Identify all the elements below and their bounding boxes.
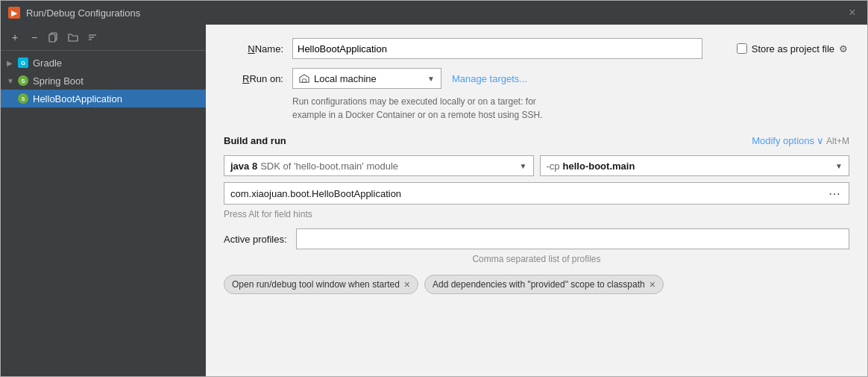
gradle-label: Gradle [33, 57, 62, 69]
close-button[interactable]: × [845, 5, 860, 20]
profiles-row: Active profiles: [224, 228, 849, 249]
modify-options-button[interactable]: Modify options ∨ Alt+M [752, 135, 849, 146]
run-on-dropdown-arrow: ▼ [427, 75, 435, 83]
folder-button[interactable] [65, 29, 81, 46]
hello-boot-label: HelloBootApplication [33, 93, 122, 105]
app-icon: ▶ [8, 7, 20, 19]
springboot-icon: S [17, 75, 29, 87]
name-input[interactable] [292, 38, 702, 59]
name-row: NName: Store as project file ⚙ [224, 38, 849, 59]
svg-rect-1 [49, 34, 55, 42]
alt-hint: Press Alt for field hints [224, 209, 849, 219]
tags-row: Open run/debug tool window when started … [224, 275, 849, 294]
gear-icon[interactable]: ⚙ [839, 43, 849, 54]
sdk-dropdown[interactable]: java 8 SDK of 'hello-boot.main' module ▼ [224, 155, 534, 176]
tag-add-dependencies: Add dependencies with "provided" scope t… [424, 275, 664, 294]
sidebar-item-gradle[interactable]: ▶ G Gradle [1, 54, 206, 72]
sort-button[interactable] [84, 29, 101, 46]
sidebar-toolbar: + − [1, 25, 206, 51]
tag-open-tool-window-close[interactable]: × [404, 279, 410, 290]
tag-open-tool-window: Open run/debug tool window when started … [224, 275, 418, 294]
build-section-header: Build and run Modify options ∨ Alt+M [224, 132, 849, 146]
manage-targets-link[interactable]: Manage targets... [452, 73, 527, 84]
tag-add-dependencies-close[interactable]: × [650, 279, 655, 290]
sdk-classpath-row: java 8 SDK of 'hello-boot.main' module ▼… [224, 155, 849, 176]
svg-rect-5 [302, 79, 306, 82]
config-tree: ▶ G Gradle ▼ S Spring Boot [1, 51, 206, 376]
cp-dropdown[interactable]: -cp hello-boot.main ▼ [540, 155, 850, 176]
store-as-project-checkbox[interactable] [737, 43, 747, 54]
run-debug-dialog: ▶ Run/Debug Configurations × + − [0, 0, 868, 377]
store-as-project-area: Store as project file ⚙ [737, 43, 849, 54]
cp-flag-label: -cp [547, 161, 560, 172]
config-body: NName: Store as project file ⚙ RRun on: [206, 25, 867, 376]
main-class-text: com.xiaojuan.boot.HelloBootApplication [230, 188, 823, 199]
main-class-browse-button[interactable]: ⋯ [826, 185, 843, 202]
sidebar-item-hello-boot[interactable]: S HelloBootApplication [1, 90, 206, 108]
build-section-title: Build and run [224, 135, 286, 146]
modify-options-shortcut: Alt+M [826, 136, 849, 146]
add-config-button[interactable]: + [7, 29, 23, 46]
gradle-icon: G [17, 57, 29, 69]
cp-main-label: hello-boot.main [563, 161, 635, 172]
store-as-project-label: Store as project file [752, 43, 834, 54]
sdk-dropdown-arrow: ▼ [520, 162, 527, 170]
run-on-hint: Run configurations may be executed local… [292, 95, 849, 122]
local-machine-label: Local machine [314, 73, 377, 84]
cp-dropdown-arrow: ▼ [835, 162, 843, 170]
tag-add-dependencies-label: Add dependencies with "provided" scope t… [433, 279, 645, 290]
local-machine-icon [299, 73, 309, 84]
modify-options-chevron: ∨ [817, 135, 824, 146]
modify-options-label: Modify options [752, 135, 814, 146]
run-on-dropdown[interactable]: Local machine ▼ [292, 68, 441, 89]
springboot-expand-arrow: ▼ [7, 77, 17, 85]
hello-boot-icon: S [17, 93, 29, 105]
right-panel: NName: Store as project file ⚙ RRun on: [206, 25, 867, 376]
sidebar-item-spring-boot[interactable]: ▼ S Spring Boot [1, 72, 206, 90]
dialog-title: Run/Debug Configurations [26, 7, 845, 19]
title-bar: ▶ Run/Debug Configurations × [1, 1, 867, 25]
sdk-main-label: java 8 [230, 161, 257, 172]
springboot-label: Spring Boot [33, 75, 84, 87]
name-label: NName: [224, 43, 283, 54]
main-class-row: com.xiaojuan.boot.HelloBootApplication ⋯ [224, 182, 849, 205]
sidebar: + − [1, 25, 206, 376]
gradle-expand-arrow: ▶ [7, 59, 17, 67]
profiles-hint: Comma separated list of profiles [224, 254, 849, 264]
run-on-row: RRun on: Local machine ▼ Manage targets.… [224, 68, 849, 89]
profiles-label: Active profiles: [224, 234, 287, 245]
main-content: + − [1, 25, 867, 376]
profiles-input[interactable] [296, 228, 849, 249]
tag-open-tool-window-label: Open run/debug tool window when started [232, 279, 400, 290]
sdk-sub-label: SDK of 'hello-boot.main' module [260, 161, 398, 172]
remove-config-button[interactable]: − [26, 29, 43, 46]
copy-config-button[interactable] [45, 29, 62, 46]
run-on-label: RRun on: [224, 73, 283, 84]
